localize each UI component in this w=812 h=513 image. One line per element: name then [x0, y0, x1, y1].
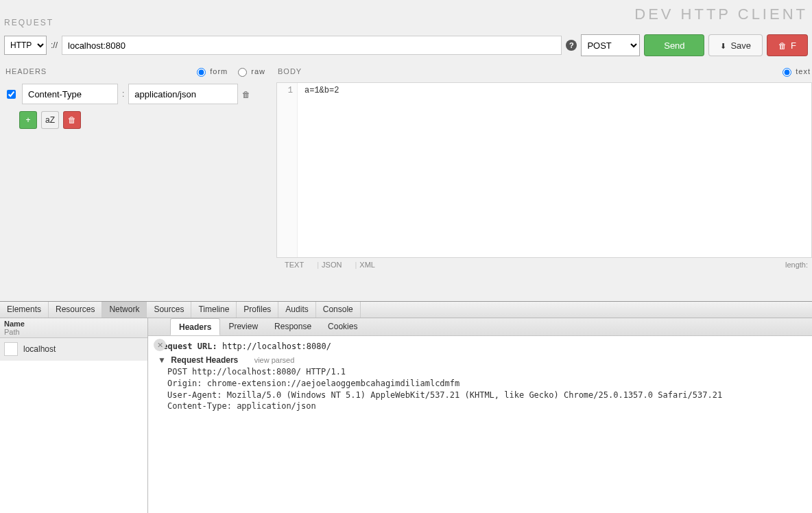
raw-line-1: Origin: chrome-extension://aejoelaoggemb… [158, 378, 802, 390]
body-editor[interactable]: 1 a=1&b=2 [276, 82, 812, 258]
scheme-separator: :// [51, 40, 58, 50]
tab-console[interactable]: Console [316, 302, 361, 318]
subtab-headers[interactable]: Headers [170, 318, 220, 335]
devtools-tabs: Elements Resources Network Sources Timel… [0, 302, 812, 318]
network-request-list: Name Path localhost [0, 318, 148, 513]
tab-timeline[interactable]: Timeline [191, 302, 237, 318]
raw-line-0: POST http://localhost:8080/ HTTP/1.1 [158, 366, 802, 378]
fav-label: F [791, 40, 796, 51]
header-colon: : [122, 89, 124, 99]
subtab-response[interactable]: Response [266, 318, 320, 335]
clear-headers-button[interactable] [63, 111, 81, 129]
headers-mode-group: form raw [193, 66, 265, 77]
save-button[interactable]: Save [708, 34, 763, 56]
detail-content: Request URL: http://localhost:8080/ ▼ Re… [148, 336, 812, 513]
trash-icon [778, 40, 787, 51]
header-tools: + aZ [4, 106, 267, 129]
request-name: localhost [23, 344, 56, 354]
view-parsed-link[interactable]: view parsed [241, 356, 295, 364]
request-url-value: http://localhost:8080/ [222, 342, 331, 351]
headers-mode-raw-radio[interactable] [238, 68, 247, 77]
network-detail: Headers Preview Response Cookies Request… [148, 318, 812, 513]
tab-network[interactable]: Network [102, 302, 147, 318]
tab-sources[interactable]: Sources [147, 302, 191, 318]
headers-mode-form[interactable]: form [193, 66, 228, 77]
request-headers-label: Request Headers [171, 355, 238, 365]
header-name-input[interactable] [22, 84, 118, 104]
add-header-button[interactable]: + [19, 111, 37, 129]
body-gutter: 1 [277, 83, 298, 257]
header-delete-icon[interactable] [242, 88, 250, 99]
devtools-panel: Elements Resources Network Sources Timel… [0, 301, 812, 513]
body-fmt-json[interactable]: JSON [310, 261, 346, 269]
headers-mode-raw[interactable]: raw [235, 66, 265, 77]
download-icon [720, 40, 726, 51]
tab-elements[interactable]: Elements [0, 302, 49, 318]
help-icon[interactable]: ? [566, 40, 577, 51]
header-enabled-checkbox[interactable] [7, 90, 16, 99]
request-url-label: Request URL: [158, 342, 217, 351]
sort-headers-button[interactable]: aZ [41, 111, 59, 129]
request-headers-heading[interactable]: ▼ Request Headers view parsed [158, 351, 802, 366]
subtab-cookies[interactable]: Cookies [320, 318, 366, 335]
headers-column: HEADERS form raw : + aZ [0, 63, 271, 269]
tab-resources[interactable]: Resources [49, 302, 102, 318]
col-name: Name [4, 320, 143, 328]
tab-audits[interactable]: Audits [278, 302, 315, 318]
body-mode-text-radio[interactable] [783, 68, 791, 77]
request-row: HTTP :// ? POST Send Save F [0, 32, 812, 60]
close-details-icon[interactable]: ✕ [154, 339, 166, 351]
body-mode-text[interactable]: text [779, 66, 811, 77]
headers-mode-form-radio[interactable] [197, 68, 206, 77]
network-list-header: Name Path [0, 318, 147, 338]
subtab-preview[interactable]: Preview [220, 318, 266, 335]
disclosure-triangle-icon[interactable]: ▼ [158, 355, 166, 365]
request-url-line: Request URL: http://localhost:8080/ [158, 342, 802, 351]
method-select[interactable]: POST [581, 34, 640, 56]
network-request-row[interactable]: localhost [0, 338, 147, 361]
body-content[interactable]: a=1&b=2 [298, 83, 811, 257]
body-column: BODY text 1 a=1&b=2 TEXT JSON XML length… [271, 63, 812, 269]
col-path: Path [4, 328, 143, 336]
send-button[interactable]: Send [644, 34, 704, 56]
body-footer: TEXT JSON XML length: [276, 258, 812, 269]
scheme-select[interactable]: HTTP [4, 36, 47, 55]
header-value-input[interactable] [128, 84, 238, 104]
raw-line-2: User-Agent: Mozilla/5.0 (Windows NT 5.1)… [158, 390, 802, 401]
favorite-delete-button[interactable]: F [767, 34, 808, 56]
headers-title: HEADERS [5, 67, 47, 75]
body-mode-group: text [779, 66, 811, 77]
header-row: : [4, 82, 267, 106]
url-input[interactable] [62, 36, 562, 55]
save-label: Save [730, 40, 751, 51]
body-length-label: length: [785, 261, 808, 269]
request-pane: REQUEST HTTP :// ? POST Send Save F HEAD… [0, 0, 812, 269]
tab-profiles[interactable]: Profiles [237, 302, 278, 318]
body-fmt-text[interactable]: TEXT [280, 261, 308, 269]
raw-line-3: Content-Type: application/json [158, 401, 802, 412]
body-fmt-xml[interactable]: XML [348, 261, 379, 269]
detail-subtabs: Headers Preview Response Cookies [148, 318, 812, 336]
app-brand: DEV HTTP CLIENT [634, 5, 808, 23]
body-title: BODY [278, 67, 302, 75]
request-thumb-icon [4, 342, 18, 356]
